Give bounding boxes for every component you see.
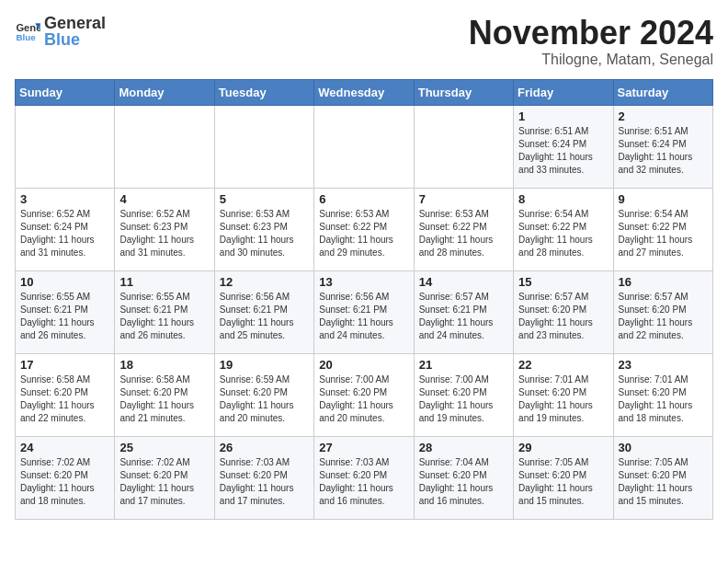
calendar-cell xyxy=(16,105,115,188)
day-info: Sunrise: 7:02 AM Sunset: 6:20 PM Dayligh… xyxy=(119,456,209,508)
calendar-cell: 1Sunrise: 6:51 AM Sunset: 6:24 PM Daylig… xyxy=(514,105,613,188)
header-saturday: Saturday xyxy=(613,79,712,105)
calendar-cell: 21Sunrise: 7:00 AM Sunset: 6:20 PM Dayli… xyxy=(414,353,513,436)
day-number: 29 xyxy=(518,441,608,454)
day-number: 2 xyxy=(619,109,708,123)
calendar-cell xyxy=(414,105,513,188)
day-number: 27 xyxy=(319,441,408,454)
calendar-cell: 2Sunrise: 6:51 AM Sunset: 6:24 PM Daylig… xyxy=(613,105,712,188)
header-wednesday: Wednesday xyxy=(314,79,414,105)
header-sunday: Sunday xyxy=(16,79,115,105)
calendar-cell: 26Sunrise: 7:03 AM Sunset: 6:20 PM Dayli… xyxy=(214,436,313,519)
day-info: Sunrise: 6:58 AM Sunset: 6:20 PM Dayligh… xyxy=(20,373,109,425)
day-number: 24 xyxy=(20,441,109,454)
location-title: Thilogne, Matam, Senegal xyxy=(469,52,713,68)
day-info: Sunrise: 6:51 AM Sunset: 6:24 PM Dayligh… xyxy=(518,125,608,177)
day-info: Sunrise: 6:53 AM Sunset: 6:22 PM Dayligh… xyxy=(419,208,508,259)
day-info: Sunrise: 6:53 AM Sunset: 6:22 PM Dayligh… xyxy=(319,208,408,259)
calendar-cell: 22Sunrise: 7:01 AM Sunset: 6:20 PM Dayli… xyxy=(514,353,613,436)
day-number: 18 xyxy=(119,358,209,372)
day-info: Sunrise: 6:55 AM Sunset: 6:21 PM Dayligh… xyxy=(119,291,209,342)
day-info: Sunrise: 6:57 AM Sunset: 6:21 PM Dayligh… xyxy=(419,291,508,342)
day-info: Sunrise: 7:01 AM Sunset: 6:20 PM Dayligh… xyxy=(518,373,608,425)
day-number: 8 xyxy=(518,192,608,206)
day-number: 26 xyxy=(220,441,309,454)
day-number: 17 xyxy=(20,358,109,372)
calendar-cell: 3Sunrise: 6:52 AM Sunset: 6:24 PM Daylig… xyxy=(16,188,115,270)
day-info: Sunrise: 6:52 AM Sunset: 6:23 PM Dayligh… xyxy=(119,208,209,259)
day-info: Sunrise: 6:54 AM Sunset: 6:22 PM Dayligh… xyxy=(619,208,708,259)
day-info: Sunrise: 7:00 AM Sunset: 6:20 PM Dayligh… xyxy=(319,373,408,425)
calendar-cell xyxy=(314,105,414,188)
logo-general-text: General xyxy=(44,15,106,31)
calendar-cell: 8Sunrise: 6:54 AM Sunset: 6:22 PM Daylig… xyxy=(514,188,613,270)
day-number: 22 xyxy=(518,358,608,372)
day-info: Sunrise: 7:00 AM Sunset: 6:20 PM Dayligh… xyxy=(419,373,508,425)
calendar-cell: 20Sunrise: 7:00 AM Sunset: 6:20 PM Dayli… xyxy=(314,353,414,436)
calendar-cell: 10Sunrise: 6:55 AM Sunset: 6:21 PM Dayli… xyxy=(16,270,115,353)
day-number: 9 xyxy=(619,192,708,206)
day-number: 10 xyxy=(20,275,109,289)
day-number: 1 xyxy=(518,109,608,123)
day-number: 12 xyxy=(220,275,309,289)
header-friday: Friday xyxy=(514,79,613,105)
logo-blue-text: Blue xyxy=(44,31,106,48)
day-number: 25 xyxy=(119,441,209,454)
calendar-cell: 30Sunrise: 7:05 AM Sunset: 6:20 PM Dayli… xyxy=(613,436,712,519)
day-info: Sunrise: 6:59 AM Sunset: 6:20 PM Dayligh… xyxy=(220,373,309,425)
calendar-cell: 19Sunrise: 6:59 AM Sunset: 6:20 PM Dayli… xyxy=(214,353,313,436)
calendar-cell: 15Sunrise: 6:57 AM Sunset: 6:20 PM Dayli… xyxy=(514,270,613,353)
calendar-cell: 23Sunrise: 7:01 AM Sunset: 6:20 PM Dayli… xyxy=(613,353,712,436)
calendar-cell: 9Sunrise: 6:54 AM Sunset: 6:22 PM Daylig… xyxy=(613,188,712,270)
day-info: Sunrise: 6:53 AM Sunset: 6:23 PM Dayligh… xyxy=(220,208,309,259)
calendar-cell: 24Sunrise: 7:02 AM Sunset: 6:20 PM Dayli… xyxy=(16,436,115,519)
day-number: 6 xyxy=(319,192,408,206)
calendar-week-5: 24Sunrise: 7:02 AM Sunset: 6:20 PM Dayli… xyxy=(16,436,713,519)
calendar-cell: 25Sunrise: 7:02 AM Sunset: 6:20 PM Dayli… xyxy=(115,436,214,519)
day-number: 11 xyxy=(119,275,209,289)
calendar-cell: 11Sunrise: 6:55 AM Sunset: 6:21 PM Dayli… xyxy=(115,270,214,353)
day-number: 23 xyxy=(619,358,708,372)
calendar-header-row: SundayMondayTuesdayWednesdayThursdayFrid… xyxy=(16,79,713,105)
day-number: 21 xyxy=(419,358,508,372)
day-number: 15 xyxy=(518,275,608,289)
day-number: 13 xyxy=(319,275,408,289)
calendar-cell: 27Sunrise: 7:03 AM Sunset: 6:20 PM Dayli… xyxy=(314,436,414,519)
day-info: Sunrise: 6:57 AM Sunset: 6:20 PM Dayligh… xyxy=(518,291,608,342)
calendar-week-3: 10Sunrise: 6:55 AM Sunset: 6:21 PM Dayli… xyxy=(16,270,713,353)
title-area: November 2024 Thilogne, Matam, Senegal xyxy=(469,15,713,68)
calendar-cell: 16Sunrise: 6:57 AM Sunset: 6:20 PM Dayli… xyxy=(613,270,712,353)
calendar-cell: 7Sunrise: 6:53 AM Sunset: 6:22 PM Daylig… xyxy=(414,188,513,270)
day-number: 30 xyxy=(619,441,708,454)
day-info: Sunrise: 7:03 AM Sunset: 6:20 PM Dayligh… xyxy=(319,456,408,508)
month-title: November 2024 xyxy=(469,15,713,52)
day-number: 5 xyxy=(220,192,309,206)
day-info: Sunrise: 7:04 AM Sunset: 6:20 PM Dayligh… xyxy=(419,456,508,508)
header-thursday: Thursday xyxy=(414,79,513,105)
day-info: Sunrise: 6:57 AM Sunset: 6:20 PM Dayligh… xyxy=(619,291,708,342)
calendar-cell: 17Sunrise: 6:58 AM Sunset: 6:20 PM Dayli… xyxy=(16,353,115,436)
calendar-cell: 14Sunrise: 6:57 AM Sunset: 6:21 PM Dayli… xyxy=(414,270,513,353)
header-tuesday: Tuesday xyxy=(214,79,313,105)
day-number: 16 xyxy=(619,275,708,289)
header-monday: Monday xyxy=(115,79,214,105)
calendar-week-1: 1Sunrise: 6:51 AM Sunset: 6:24 PM Daylig… xyxy=(16,105,713,188)
day-number: 4 xyxy=(119,192,209,206)
day-info: Sunrise: 7:05 AM Sunset: 6:20 PM Dayligh… xyxy=(518,456,608,508)
day-number: 14 xyxy=(419,275,508,289)
day-info: Sunrise: 6:55 AM Sunset: 6:21 PM Dayligh… xyxy=(20,291,109,342)
day-info: Sunrise: 7:01 AM Sunset: 6:20 PM Dayligh… xyxy=(619,373,708,425)
day-number: 19 xyxy=(220,358,309,372)
calendar-table: SundayMondayTuesdayWednesdayThursdayFrid… xyxy=(15,79,713,520)
calendar-week-4: 17Sunrise: 6:58 AM Sunset: 6:20 PM Dayli… xyxy=(16,353,713,436)
day-info: Sunrise: 7:03 AM Sunset: 6:20 PM Dayligh… xyxy=(220,456,309,508)
calendar-cell xyxy=(214,105,313,188)
day-info: Sunrise: 6:51 AM Sunset: 6:24 PM Dayligh… xyxy=(619,125,708,177)
day-number: 7 xyxy=(419,192,508,206)
logo-icon: General Blue xyxy=(15,18,40,44)
calendar-cell: 29Sunrise: 7:05 AM Sunset: 6:20 PM Dayli… xyxy=(514,436,613,519)
header: General Blue General Blue November 2024 … xyxy=(15,15,713,68)
day-number: 3 xyxy=(20,192,109,206)
calendar-cell: 18Sunrise: 6:58 AM Sunset: 6:20 PM Dayli… xyxy=(115,353,214,436)
day-info: Sunrise: 6:54 AM Sunset: 6:22 PM Dayligh… xyxy=(518,208,608,259)
